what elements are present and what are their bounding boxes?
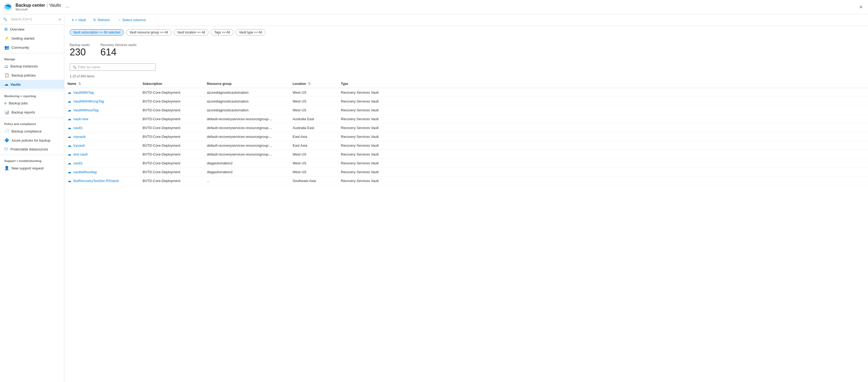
toolbar: + + Vault ↻ Refresh → Select columns: [64, 14, 868, 26]
sidebar-item-getting-started[interactable]: ⚡ Getting started: [0, 34, 64, 43]
cell-location-9: West US: [289, 168, 338, 176]
col-subscription-label: Subscription: [143, 82, 162, 86]
sidebar-item-overview[interactable]: ⊞ Overview: [0, 25, 64, 34]
sidebar-label-protectable-datasources: Protectable datasources: [10, 147, 48, 151]
table-container: Name ⇅ Subscription Resource group Locat…: [64, 80, 868, 382]
col-header-subscription: Subscription: [140, 80, 204, 88]
sidebar-item-backup-instances[interactable]: 🗂 Backup instances: [0, 62, 64, 71]
vault-name-0[interactable]: VaultWithTag: [73, 91, 94, 95]
sidebar-label-backup-reports: Backup reports: [11, 110, 35, 114]
cell-subscription-7: BVTD-Core-Deployment: [140, 150, 204, 159]
filter-by-name-input[interactable]: [78, 65, 153, 69]
col-location-label: Location: [292, 82, 306, 86]
add-vault-button[interactable]: + + Vault: [70, 17, 88, 23]
cell-resource-group-1: azurediagnosticautomation: [204, 97, 289, 106]
sidebar-label-backup-compliance: Backup compliance: [11, 129, 42, 133]
cell-subscription-4: BVTD-Core-Deployment: [140, 124, 204, 132]
table-row[interactable]: ☁ VaultWithWrongTag BVTD-Core-Deployment…: [64, 97, 868, 106]
more-options-dots[interactable]: ···: [65, 4, 69, 10]
col-header-type: Type: [338, 80, 868, 88]
vault-row-icon-10: ☁: [67, 179, 71, 183]
table-row[interactable]: ☁ VaultWithoutTag BVTD-Core-Deployment a…: [64, 106, 868, 114]
col-resource-group-label: Resource group: [207, 82, 231, 86]
table-row[interactable]: ☁ vaultwithouttag BVTD-Core-Deployment d…: [64, 168, 868, 176]
vault-name-9[interactable]: vaultwithouttag: [73, 170, 97, 174]
vault-name-2[interactable]: VaultWithoutTag: [73, 108, 99, 112]
sidebar-search-area: 🔍 «: [0, 14, 64, 25]
table-body: ☁ VaultWithTag BVTD-Core-Deployment azur…: [64, 88, 868, 185]
cell-resource-group-7: default-recoveryservices-resourcegroup-.…: [204, 150, 289, 159]
sidebar-item-backup-jobs[interactable]: ≡ Backup jobs: [0, 99, 64, 108]
cell-location-0: West US: [289, 88, 338, 97]
table-row[interactable]: ☁ tryvault BVTD-Core-Deployment default-…: [64, 141, 868, 150]
sidebar-item-community[interactable]: 👥 Community: [0, 43, 64, 52]
close-button[interactable]: ✕: [857, 3, 865, 11]
cell-type-4: Recovery Services Vault: [338, 124, 868, 132]
sidebar-item-azure-policies[interactable]: 🔷 Azure policies for backup: [0, 136, 64, 145]
cell-location-4: Australia East: [289, 124, 338, 132]
cell-location-6: East Asia: [289, 141, 338, 150]
cell-type-2: Recovery Services Vault: [338, 106, 868, 114]
table-row[interactable]: ☁ BvtRecoveryTestSer-RSVault BVTD-Core-D…: [64, 176, 868, 185]
table-row[interactable]: ☁ vault1 BVTD-Core-Deployment default-re…: [64, 124, 868, 132]
table-row[interactable]: ☁ vault-new BVTD-Core-Deployment default…: [64, 114, 868, 124]
filter-chip-tags[interactable]: Tags == All: [211, 29, 234, 36]
sidebar-item-backup-compliance[interactable]: 📄 Backup compliance: [0, 127, 64, 136]
page-subtitle: Vaults: [49, 3, 61, 8]
refresh-button[interactable]: ↻ Refresh: [91, 17, 112, 23]
filter-chip-subscription[interactable]: Vault subscription == 66 selected: [70, 29, 124, 36]
cell-type-1: Recovery Services Vault: [338, 97, 868, 106]
title-bar: Backup center | Vaults Microsoft ··· ✕: [0, 0, 868, 14]
azure-policies-icon: 🔷: [4, 138, 9, 143]
sidebar-item-protectable-datasources[interactable]: 🛡 Protectable datasources: [0, 145, 64, 154]
cell-subscription-5: BVTD-Core-Deployment: [140, 132, 204, 141]
col-name-sort-icon[interactable]: ⇅: [78, 82, 81, 86]
sidebar-label-community: Community: [11, 45, 29, 49]
vault-name-5[interactable]: myvault: [73, 135, 86, 139]
recovery-services-vaults-label: Recovery Services vaults: [100, 43, 137, 47]
vault-name-8[interactable]: vault1: [73, 161, 83, 165]
table-row[interactable]: ☁ myvault BVTD-Core-Deployment default-r…: [64, 132, 868, 141]
cell-type-10: Recovery Services Vault: [338, 176, 868, 185]
table-row[interactable]: ☁ VaultWithTag BVTD-Core-Deployment azur…: [64, 88, 868, 97]
table-row[interactable]: ☁ vault1 BVTD-Core-Deployment diagautoma…: [64, 159, 868, 168]
table-row[interactable]: ☁ test-vault BVTD-Core-Deployment defaul…: [64, 150, 868, 159]
vault-name-10[interactable]: BvtRecoveryTestSer-RSVault: [73, 179, 119, 183]
vault-name-3[interactable]: vault-new: [73, 117, 88, 121]
title-text: Backup center | Vaults Microsoft: [16, 3, 61, 11]
select-columns-button[interactable]: → Select columns: [115, 17, 148, 23]
col-location-sort-icon[interactable]: ⇅: [308, 82, 311, 86]
filter-chip-location[interactable]: Vault location == All: [174, 29, 209, 36]
overview-icon: ⊞: [4, 27, 8, 32]
backup-jobs-icon: ≡: [4, 101, 7, 105]
cell-name-2: ☁ VaultWithoutTag: [64, 106, 140, 114]
vault-name-7[interactable]: test-vault: [73, 152, 88, 156]
vault-name-6[interactable]: tryvault: [73, 143, 85, 147]
cell-name-8: ☁ vault1: [64, 159, 140, 168]
sidebar-item-vaults[interactable]: ☁ Vaults: [0, 80, 64, 89]
cell-location-5: East Asia: [289, 132, 338, 141]
filter-chip-resource-group[interactable]: Vault resource group == All: [126, 29, 172, 36]
sidebar-item-new-support-request[interactable]: 👤 New support request: [0, 164, 64, 173]
vault-name-4[interactable]: vault1: [73, 126, 83, 130]
sidebar-label-azure-policies: Azure policies for backup: [11, 138, 51, 142]
sidebar-label-backup-jobs: Backup jobs: [9, 101, 28, 105]
backup-vaults-value: 230: [70, 47, 90, 57]
cell-resource-group-0: azurediagnosticautomation: [204, 88, 289, 97]
sidebar-item-backup-reports[interactable]: 📊 Backup reports: [0, 108, 64, 117]
filter-resource-group-label: Vault resource group == All: [129, 31, 168, 34]
search-input[interactable]: [9, 16, 49, 22]
cell-type-3: Recovery Services Vault: [338, 114, 868, 124]
cell-type-5: Recovery Services Vault: [338, 132, 868, 141]
cell-location-2: West US: [289, 106, 338, 114]
filter-chip-vault-type[interactable]: Vault type == All: [236, 29, 266, 36]
vault-name-1[interactable]: VaultWithWrongTag: [73, 99, 104, 103]
sidebar-item-backup-policies[interactable]: 📋 Backup policies: [0, 71, 64, 80]
cell-location-1: West US: [289, 97, 338, 106]
cell-subscription-8: BVTD-Core-Deployment: [140, 159, 204, 168]
sidebar-collapse-button[interactable]: «: [59, 17, 61, 22]
main-layout: 🔍 « ⊞ Overview ⚡ Getting started 👥 Commu…: [0, 14, 868, 382]
title-separator: |: [46, 3, 48, 8]
filter-input-row: 🔍: [64, 61, 868, 73]
cell-resource-group-3: default-recoveryservices-resourcegroup-.…: [204, 114, 289, 124]
